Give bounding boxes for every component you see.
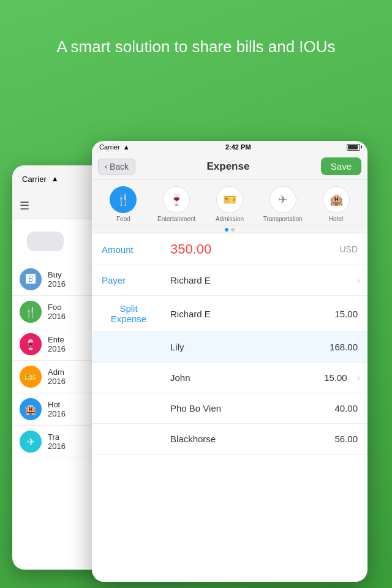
- transportation-icon: ✈: [20, 431, 42, 453]
- back-list-text: Hot 2016: [48, 400, 66, 418]
- back-list-text: Adm 2016: [48, 368, 66, 386]
- back-item-date: 2016: [48, 377, 66, 386]
- buy-icon: 🅱: [20, 268, 42, 290]
- split-person-4: Blackhorse: [165, 426, 325, 451]
- payer-value: Richard E: [165, 268, 357, 293]
- wifi-icon: ▲: [123, 143, 130, 151]
- split-arrow-icon: ›: [357, 372, 368, 383]
- payer-label: Payer: [92, 268, 165, 293]
- split-amount-0: 15.00: [325, 301, 368, 326]
- nav-bar: ‹ Back Expense Save: [92, 153, 368, 180]
- phone-front: Carrier ▲ 2:42 PM ‹ Back Expense Save 🍴 …: [92, 141, 368, 582]
- entertainment-category-icon: 🍷: [163, 186, 190, 213]
- food-category-label: Food: [116, 216, 130, 222]
- food-icon: 🍴: [20, 301, 42, 323]
- back-item-date: 2016: [48, 312, 66, 321]
- category-transportation[interactable]: ✈ Transportation: [262, 186, 304, 222]
- back-chevron-icon: ‹: [105, 162, 107, 171]
- category-admission[interactable]: 🎫 Admission: [208, 186, 251, 222]
- split-amount-4: 56.00: [325, 426, 368, 451]
- battery-icon: [347, 144, 360, 151]
- dot-1: [225, 228, 228, 232]
- admission-category-label: Admission: [216, 216, 244, 222]
- toggle-switch[interactable]: [27, 232, 64, 251]
- back-item-label: Foo: [48, 303, 66, 312]
- back-item-label: Ente: [48, 335, 66, 344]
- back-item-date: 2016: [48, 344, 66, 353]
- category-hotel[interactable]: 🏨 Hotel: [315, 186, 358, 222]
- split-person-1: Lily: [165, 334, 320, 360]
- split-amount-2: 15.00: [314, 365, 357, 390]
- split-row-blackhorse[interactable]: Blackhorse 56.00: [92, 424, 368, 454]
- hotel-category-icon: 🏨: [323, 186, 350, 213]
- split-person-2: John: [165, 365, 314, 390]
- split-row-pho[interactable]: Pho Bo Vien 40.00: [92, 393, 368, 424]
- currency-label: USD: [339, 244, 368, 254]
- split-expense-label: Split Expense: [92, 296, 165, 331]
- entertainment-category-label: Entertainment: [157, 216, 195, 222]
- amount-value: 350.00: [165, 234, 339, 265]
- back-item-label: Adm: [48, 368, 66, 377]
- back-list-text: Buy 2016: [48, 270, 66, 288]
- dot-2: [231, 228, 235, 232]
- back-button[interactable]: ‹ Back: [98, 159, 135, 175]
- back-item-label: Hot: [48, 400, 66, 409]
- food-category-icon: 🍴: [110, 186, 137, 213]
- back-list-text: Foo 2016: [48, 303, 66, 321]
- back-list-text: Ente 2016: [48, 335, 66, 353]
- split-amount-1: 168.00: [320, 334, 368, 360]
- admission-icon: 🎫: [20, 366, 42, 388]
- entertainment-icon: 🍷: [20, 333, 42, 355]
- transportation-category-label: Transportation: [263, 216, 303, 222]
- back-list-text: Tra 2016: [48, 432, 66, 451]
- back-item-date: 2016: [48, 279, 66, 288]
- amount-label: Amount: [92, 237, 165, 262]
- back-item-label: Tra: [48, 432, 66, 442]
- hotel-category-label: Hotel: [329, 216, 343, 222]
- transportation-category-icon: ✈: [270, 186, 296, 213]
- back-item-date: 2016: [48, 442, 66, 451]
- carrier-label: Carrier: [99, 143, 120, 151]
- back-carrier: Carrier: [22, 175, 47, 184]
- payer-chevron-icon: ›: [357, 275, 368, 286]
- back-item-date: 2016: [48, 409, 66, 418]
- amount-row[interactable]: Amount 350.00 USD: [92, 234, 368, 265]
- status-time: 2:42 PM: [225, 143, 251, 151]
- split-amount-3: 40.00: [325, 396, 368, 421]
- hotel-icon: 🏨: [20, 398, 42, 420]
- back-label: Back: [110, 162, 129, 172]
- status-left: Carrier ▲: [99, 143, 130, 151]
- form-area: Amount 350.00 USD Payer Richard E › Spli…: [92, 234, 368, 454]
- categories-row: 🍴 Food 🍷 Entertainment 🎫 Admission ✈ Tra…: [92, 180, 368, 225]
- admission-category-icon: 🎫: [216, 186, 243, 213]
- nav-title: Expense: [206, 160, 249, 173]
- split-person-3: Pho Bo Vien: [165, 396, 325, 421]
- category-food[interactable]: 🍴 Food: [102, 186, 145, 222]
- save-button[interactable]: Save: [321, 157, 361, 175]
- split-row-richard[interactable]: Split Expense Richard E 15.00: [92, 296, 368, 332]
- tagline: A smart solution to share bills and IOUs: [0, 37, 392, 58]
- hamburger-icon: ☰: [20, 199, 29, 213]
- payer-row[interactable]: Payer Richard E ›: [92, 265, 368, 296]
- split-row-john[interactable]: John 15.00 ›: [92, 363, 368, 393]
- split-row-lily[interactable]: Lily 168.00: [92, 332, 368, 363]
- split-person-0: Richard E: [165, 301, 325, 326]
- status-right: [347, 144, 360, 151]
- back-item-label: Buy: [48, 270, 66, 279]
- category-pagination: [92, 225, 368, 234]
- category-entertainment[interactable]: 🍷 Entertainment: [155, 186, 198, 222]
- back-wifi-icon: ▲: [51, 175, 59, 183]
- status-bar: Carrier ▲ 2:42 PM: [92, 141, 368, 153]
